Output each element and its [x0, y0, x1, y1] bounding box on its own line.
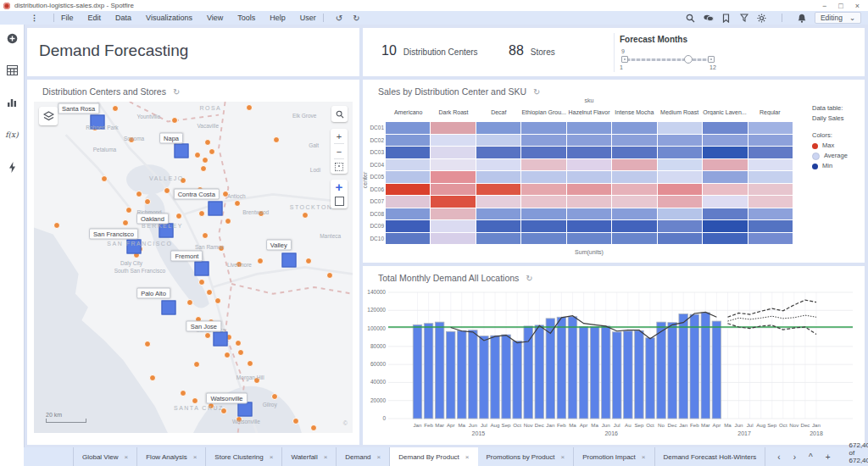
store-dot[interactable] [180, 390, 186, 397]
demand-bar-Apr-15[interactable] [579, 326, 588, 419]
map-layers-button[interactable] [39, 107, 58, 125]
store-dot[interactable] [144, 198, 151, 205]
demand-bar-Feb-25[interactable] [690, 314, 699, 419]
demand-bar-Aug-7[interactable] [491, 336, 500, 419]
demand-bar-Feb-13[interactable] [557, 317, 566, 419]
tab-close-icon[interactable]: × [193, 453, 198, 461]
store-dot[interactable] [112, 105, 119, 112]
heatmap-cell-DC04-ethiopian-grou-[interactable] [521, 159, 565, 171]
tab-flow-analysis[interactable]: Flow Analysis× [137, 447, 206, 466]
heatmap-cell-DC10-medium-roast[interactable] [658, 233, 702, 245]
heatmap-cell-DC04-intense-mocha[interactable] [612, 159, 656, 171]
store-dot[interactable] [194, 152, 201, 158]
heatmap-cell-DC03-intense-mocha[interactable] [612, 147, 656, 158]
demand-bar-Oct-9[interactable] [513, 341, 522, 419]
heatmap-cell-DC01-regular[interactable] [748, 122, 793, 134]
store-dot[interactable] [247, 360, 253, 367]
store-dot[interactable] [224, 352, 231, 358]
legend-entry-max[interactable]: Max [812, 141, 848, 151]
menu-item-help[interactable]: Help [270, 14, 286, 22]
gear-icon[interactable] [757, 13, 767, 23]
heatmap-cell-DC10-organic-laven-[interactable] [703, 233, 747, 245]
demand-bar-Jan-24[interactable] [679, 314, 688, 419]
heatmap-grid[interactable] [386, 122, 793, 244]
heatmap-cell-DC06-decaf[interactable] [476, 184, 520, 196]
forecast-months-slider[interactable] [621, 56, 715, 63]
heatmap-cell-DC03-americano[interactable] [386, 147, 430, 158]
demand-bar-Sep-20[interactable] [635, 330, 644, 419]
tab-promotions-by-product[interactable]: Promotions by Product× [478, 447, 575, 466]
menu-item-data[interactable]: Data [115, 14, 131, 22]
heatmap-cell-DC09-regular[interactable] [748, 220, 793, 232]
store-dot[interactable] [257, 258, 264, 264]
demand-bar-Jul-18[interactable] [613, 332, 622, 419]
menu-item-visualizations[interactable]: Visualizations [146, 14, 192, 22]
map-search-button[interactable] [331, 106, 348, 122]
store-dot[interactable] [235, 340, 242, 347]
filter-icon[interactable] [739, 13, 749, 23]
store-dot[interactable] [175, 213, 182, 219]
demand-bar-Nov-10[interactable] [524, 326, 533, 419]
legend-entry-average[interactable]: Average [812, 151, 848, 161]
heatmap-cell-DC06-regular[interactable] [748, 184, 793, 196]
heatmap-cell-DC01-medium-roast[interactable] [658, 122, 702, 134]
store-dot[interactable] [204, 139, 211, 146]
tab-close-icon[interactable]: × [465, 453, 470, 461]
bell-icon[interactable] [797, 13, 807, 23]
heatmap-cell-DC04-decaf[interactable] [476, 159, 520, 171]
store-dot[interactable] [53, 222, 60, 229]
heatmap-cell-DC07-americano[interactable] [386, 196, 430, 208]
legend-entry-min[interactable]: Min [812, 161, 848, 171]
heatmap-cell-DC03-medium-roast[interactable] [658, 147, 702, 158]
functions-icon[interactable]: f(x) [6, 129, 18, 141]
heatmap-cell-DC02-regular[interactable] [748, 135, 793, 147]
heatmap-cell-DC06-americano[interactable] [386, 184, 430, 196]
store-dot[interactable] [326, 272, 333, 279]
heatmap-cell-DC07-hazelnut-flavor[interactable] [567, 196, 611, 208]
store-dot[interactable] [271, 393, 278, 400]
demand-bar-Mar-2[interactable] [435, 322, 444, 419]
comments-icon[interactable] [704, 13, 714, 23]
heatmap-cell-DC04-dark-roast[interactable] [431, 159, 475, 171]
heatmap-cell-DC06-dark-roast[interactable] [431, 184, 475, 196]
map-reset-button[interactable] [331, 159, 348, 174]
menu-item-edit[interactable]: Edit [88, 14, 102, 22]
store-dot[interactable] [193, 361, 200, 368]
heatmap-cell-DC06-intense-mocha[interactable] [612, 184, 656, 196]
store-dot[interactable] [164, 187, 170, 194]
tab-global-view[interactable]: Global View× [73, 447, 137, 466]
expand-pages-button[interactable]: ^ [809, 452, 813, 462]
tab-close-icon[interactable]: × [270, 453, 274, 461]
demand-bar-Ma-14[interactable] [568, 317, 577, 419]
store-dot[interactable] [144, 341, 151, 347]
store-dot[interactable] [234, 200, 241, 207]
zoom-out-button[interactable]: − [331, 144, 348, 158]
tab-close-icon[interactable]: × [642, 453, 646, 461]
heatmap-cell-DC01-organic-laven-[interactable] [703, 122, 747, 134]
heatmap-cell-DC09-dark-roast[interactable] [431, 220, 475, 232]
heatmap-cell-DC01-hazelnut-flavor[interactable] [567, 122, 611, 134]
heatmap-cell-DC09-organic-laven-[interactable] [703, 220, 747, 232]
store-dot[interactable] [273, 136, 280, 143]
demand-bar-Ma-4[interactable] [458, 330, 467, 419]
heatmap-cell-DC04-americano[interactable] [386, 159, 430, 171]
maximize-button[interactable]: □ [838, 2, 843, 10]
heatmap-cell-DC02-intense-mocha[interactable] [612, 135, 656, 147]
heatmap-cell-DC08-ethiopian-grou-[interactable] [521, 208, 565, 220]
store-dot[interactable] [292, 418, 299, 424]
legend-data-table-value[interactable]: Daily Sales [812, 114, 848, 124]
tab-close-icon[interactable]: × [324, 453, 328, 461]
heatmap-cell-DC02-dark-roast[interactable] [431, 135, 475, 147]
heatmap-cell-DC05-intense-mocha[interactable] [612, 171, 656, 183]
prev-page-button[interactable]: ‹ [777, 452, 780, 462]
distribution-center-marker[interactable] [213, 332, 227, 347]
heatmap-cell-DC05-hazelnut-flavor[interactable] [567, 171, 611, 183]
next-page-button[interactable]: › [793, 452, 796, 462]
store-dot[interactable] [305, 258, 312, 264]
store-dot[interactable] [206, 289, 213, 296]
heatmap-cell-DC02-ethiopian-grou-[interactable] [521, 135, 565, 147]
search-icon[interactable] [686, 13, 696, 23]
heatmap-cell-DC10-hazelnut-flavor[interactable] [567, 233, 611, 245]
heatmap-cell-DC08-hazelnut-flavor[interactable] [567, 208, 611, 220]
refresh-icon[interactable]: ↻ [173, 87, 180, 97]
